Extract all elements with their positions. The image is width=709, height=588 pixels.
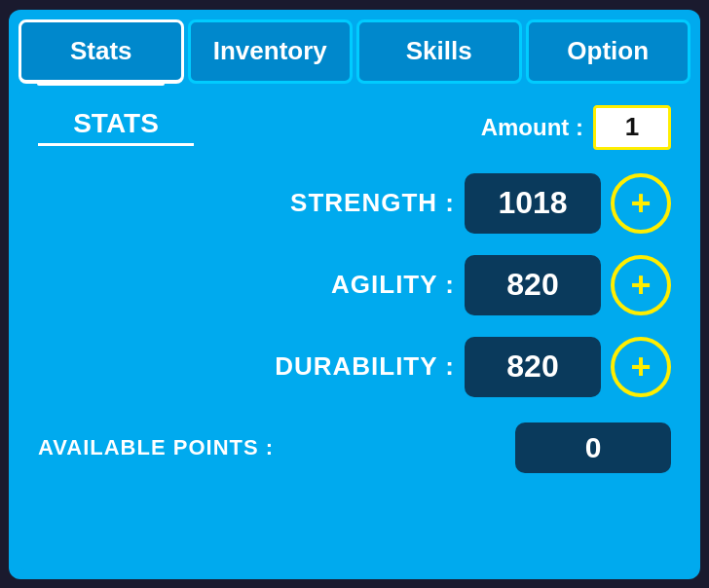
durability-plus-button[interactable]: +	[611, 337, 671, 397]
strength-plus-button[interactable]: +	[611, 173, 671, 234]
main-window: Stats Inventory Skills Option STATS Amou…	[9, 10, 700, 579]
amount-label: Amount :	[481, 114, 583, 141]
strength-value: 1018	[465, 173, 601, 234]
content-area: STATS Amount : STRENGTH : 1018 + AGILITY…	[19, 90, 690, 570]
strength-label: STRENGTH :	[38, 188, 465, 218]
available-points-value: 0	[515, 423, 671, 473]
strength-row: STRENGTH : 1018 +	[38, 173, 671, 234]
agility-value: 820	[465, 255, 601, 315]
durability-label: DURABILITY :	[38, 351, 465, 382]
agility-label: AGILITY :	[38, 270, 465, 300]
available-points-label: AVAILABLE POINTS :	[38, 435, 274, 460]
durability-value: 820	[465, 337, 601, 397]
available-points-row: AVAILABLE POINTS : 0	[38, 423, 671, 473]
tab-inventory[interactable]: Inventory	[188, 19, 354, 84]
amount-section: Amount :	[481, 105, 671, 150]
content-header: STATS Amount :	[38, 105, 671, 150]
tab-option[interactable]: Option	[526, 19, 691, 84]
tab-stats[interactable]: Stats	[19, 19, 184, 84]
durability-row: DURABILITY : 820 +	[38, 337, 671, 397]
agility-plus-button[interactable]: +	[611, 255, 671, 315]
amount-input[interactable]	[593, 105, 671, 150]
tab-bar: Stats Inventory Skills Option	[19, 19, 690, 84]
tab-skills[interactable]: Skills	[356, 19, 522, 84]
stats-title: STATS	[38, 108, 194, 146]
agility-row: AGILITY : 820 +	[38, 255, 671, 315]
